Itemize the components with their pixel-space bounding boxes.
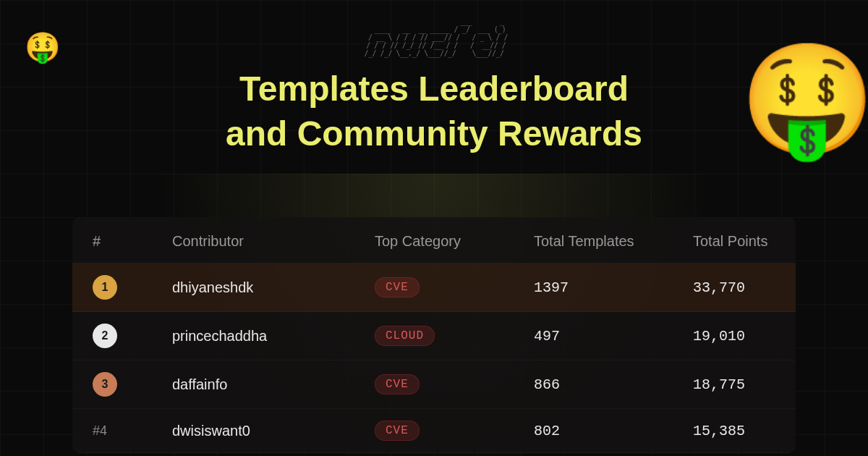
category-pill: CLOUD xyxy=(375,326,435,346)
header-category: Top Category xyxy=(375,233,534,250)
money-face-emoji-small: 🤑 xyxy=(25,30,61,64)
total-templates: 866 xyxy=(534,376,693,393)
rank-number: #4 xyxy=(93,423,172,439)
contributor-name: dhiyaneshdk xyxy=(172,279,375,296)
header-points: Total Points xyxy=(693,233,796,250)
total-points: 33,770 xyxy=(693,279,796,296)
table-header-row: # Contributor Top Category Total Templat… xyxy=(72,217,796,263)
category-pill: CVE xyxy=(375,374,420,394)
table-row: 3 daffainfo CVE 866 18,775 xyxy=(72,360,796,409)
page-title: Templates Leaderboard and Community Rewa… xyxy=(109,67,760,157)
total-templates: 1397 xyxy=(534,279,693,296)
rank-badge-silver: 2 xyxy=(93,324,117,348)
total-points: 15,385 xyxy=(693,423,796,439)
nuclei-ascii-logo: ___ _ ____ __ __ _____ / _/ ___ (_) / __… xyxy=(360,17,508,57)
header-contributor: Contributor xyxy=(172,233,375,250)
category-pill: CVE xyxy=(375,421,420,441)
contributor-name: dwisiswant0 xyxy=(172,423,375,439)
contributor-name: princechaddha xyxy=(172,328,375,345)
total-templates: 497 xyxy=(534,328,693,345)
header-rank: # xyxy=(93,233,172,250)
table-row: #4 dwisiswant0 CVE 802 15,385 xyxy=(72,409,796,453)
rank-badge-bronze: 3 xyxy=(93,372,117,397)
rank-badge-gold: 1 xyxy=(93,275,117,300)
total-templates: 802 xyxy=(534,423,693,439)
header-templates: Total Templates xyxy=(534,233,693,250)
table-row: 2 princechaddha CLOUD 497 19,010 xyxy=(72,312,796,360)
money-face-emoji-large: 🤑 xyxy=(740,36,868,164)
title-line-1: Templates Leaderboard xyxy=(239,69,629,108)
table-row: 1 dhiyaneshdk CVE 1397 33,770 xyxy=(72,263,796,312)
title-line-2: and Community Rewards xyxy=(226,114,642,153)
category-pill: CVE xyxy=(375,277,420,297)
total-points: 19,010 xyxy=(693,328,796,345)
leaderboard-table: # Contributor Top Category Total Templat… xyxy=(72,217,796,453)
contributor-name: daffainfo xyxy=(172,376,375,393)
total-points: 18,775 xyxy=(693,376,796,393)
